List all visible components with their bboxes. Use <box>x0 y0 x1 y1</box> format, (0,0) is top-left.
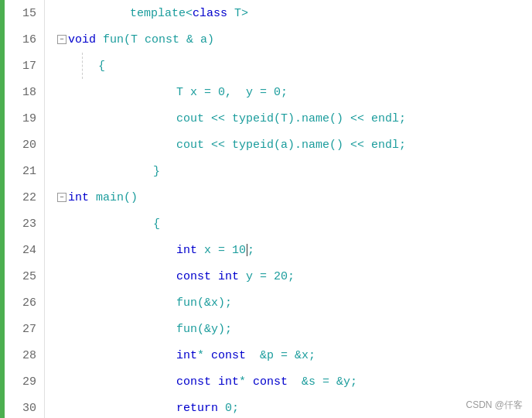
code-line-16: − void fun(T const & a) <box>45 26 532 53</box>
code-line-15: template<class T> <box>45 0 532 26</box>
code-line-30: return 0; <box>45 395 532 418</box>
line-num-18: 18 <box>5 79 44 105</box>
line-num-29: 29 <box>5 368 44 395</box>
watermark: CSDN @仟客 <box>466 399 523 412</box>
line-num-16: 16 <box>5 26 44 53</box>
line-num-21: 21 <box>5 158 44 184</box>
line-num-17: 17 <box>5 53 44 79</box>
line-numbers: 15 16 17 18 19 20 21 22 23 24 25 26 27 2… <box>5 0 45 418</box>
code-editor: 15 16 17 18 19 20 21 22 23 24 25 26 27 2… <box>0 0 532 418</box>
line-num-24: 24 <box>5 237 44 263</box>
code-line-21: } <box>45 158 532 184</box>
line-num-28: 28 <box>5 342 44 368</box>
line-num-15: 15 <box>5 0 44 26</box>
fold-icon-16[interactable]: − <box>57 35 66 44</box>
line-num-27: 27 <box>5 316 44 342</box>
code-content: template<class T> − void fun(T const & a… <box>45 0 532 418</box>
line-num-25: 25 <box>5 263 44 290</box>
line-num-26: 26 <box>5 290 44 316</box>
line-num-22: 22 <box>5 184 44 211</box>
fold-icon-22[interactable]: − <box>57 193 66 202</box>
line-num-19: 19 <box>5 105 44 132</box>
line-num-30: 30 <box>5 395 44 418</box>
line-num-20: 20 <box>5 132 44 158</box>
line-num-23: 23 <box>5 211 44 237</box>
